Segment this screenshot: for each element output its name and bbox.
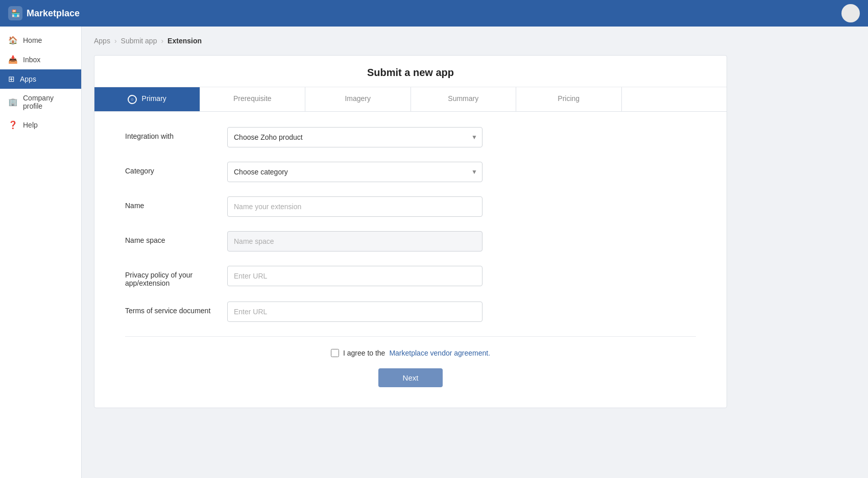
category-select-wrap: Choose category ▼ [227,162,483,182]
sidebar-label-apps: Apps [20,75,36,83]
integration-select-wrap: Choose Zoho product ▼ [227,127,483,147]
tab-primary-label: Primary [142,94,166,103]
sidebar-label-home: Home [23,36,42,44]
name-input[interactable] [227,196,483,217]
integration-row: Integration with Choose Zoho product ▼ [125,127,696,147]
terms-label: Terms of service document [125,301,217,315]
integration-control: Choose Zoho product ▼ [227,127,696,147]
name-control [227,196,696,217]
main-layout: 🏠 Home 📥 Inbox ⊞ Apps 🏢 Company profile … [0,27,868,478]
breadcrumb-sep-2: › [161,37,163,45]
sidebar-label-company: Company profile [23,94,73,110]
form-title: Submit a new app [94,56,727,87]
name-label: Name [125,196,217,210]
terms-row: Terms of service document [125,301,696,322]
agreement-link[interactable]: Marketplace vendor agreement. [389,349,490,357]
tab-prerequisite[interactable]: Prerequisite [200,87,306,111]
category-select[interactable]: Choose category [227,162,483,182]
tab-summary-label: Summary [448,94,478,103]
home-icon: 🏠 [8,36,18,45]
namespace-row: Name space [125,231,696,251]
category-label: Category [125,162,217,175]
namespace-label: Name space [125,231,217,244]
sidebar-item-company-profile[interactable]: 🏢 Company profile [0,89,81,115]
brand-icon: 🏪 [8,6,22,20]
breadcrumb-submit-app[interactable]: Submit app [121,37,157,45]
privacy-row: Privacy policy of your app/extension [125,266,696,287]
sidebar-item-inbox[interactable]: 📥 Inbox [0,50,81,69]
company-icon: 🏢 [8,97,18,107]
category-row: Category Choose category ▼ [125,162,696,182]
sidebar-item-apps[interactable]: ⊞ Apps [0,69,81,89]
breadcrumb-apps[interactable]: Apps [94,37,110,45]
sidebar-item-home[interactable]: 🏠 Home [0,31,81,50]
category-control: Choose category ▼ [227,162,696,182]
tab-pricing-label: Pricing [558,94,580,103]
tabs-row: ○ Primary Prerequisite Imagery Summary P… [94,87,727,112]
apps-icon: ⊞ [8,74,15,84]
avatar[interactable] [841,4,860,22]
breadcrumb: Apps › Submit app › Extension [94,37,856,45]
namespace-control [227,231,696,251]
tab-primary[interactable]: ○ Primary [94,87,200,111]
inbox-icon: 📥 [8,55,18,64]
breadcrumb-extension: Extension [167,37,202,45]
next-button[interactable]: Next [378,368,443,387]
form-body: Integration with Choose Zoho product ▼ C… [94,112,727,408]
agreement-row: I agree to the Marketplace vendor agreem… [125,349,696,357]
content-area: Apps › Submit app › Extension Submit a n… [82,27,868,478]
tab-primary-circle: ○ [128,95,137,104]
navbar: 🏪 Marketplace [0,0,868,27]
privacy-input[interactable] [227,266,483,286]
sidebar: 🏠 Home 📥 Inbox ⊞ Apps 🏢 Company profile … [0,27,82,478]
form-divider [125,336,696,337]
tab-summary[interactable]: Summary [411,87,517,111]
tab-imagery-label: Imagery [345,94,371,103]
form-card: Submit a new app ○ Primary Prerequisite … [94,55,727,408]
terms-input[interactable] [227,301,483,322]
sidebar-label-help: Help [23,121,38,129]
brand-label: Marketplace [27,8,80,19]
tab-prerequisite-label: Prerequisite [233,94,272,103]
sidebar-item-help[interactable]: ❓ Help [0,115,81,135]
breadcrumb-sep-1: › [114,37,117,45]
integration-label: Integration with [125,127,217,140]
terms-control [227,301,696,322]
name-row: Name [125,196,696,217]
brand: 🏪 Marketplace [8,6,80,20]
tab-imagery[interactable]: Imagery [305,87,411,111]
agreement-prefix: I agree to the [343,349,385,357]
help-icon: ❓ [8,120,18,130]
agreement-checkbox[interactable] [331,349,339,357]
namespace-input[interactable] [227,231,483,251]
tab-extra [622,87,727,111]
sidebar-label-inbox: Inbox [23,56,40,64]
integration-select[interactable]: Choose Zoho product [227,127,483,147]
privacy-label: Privacy policy of your app/extension [125,266,217,287]
tab-pricing[interactable]: Pricing [516,87,622,111]
privacy-control [227,266,696,286]
